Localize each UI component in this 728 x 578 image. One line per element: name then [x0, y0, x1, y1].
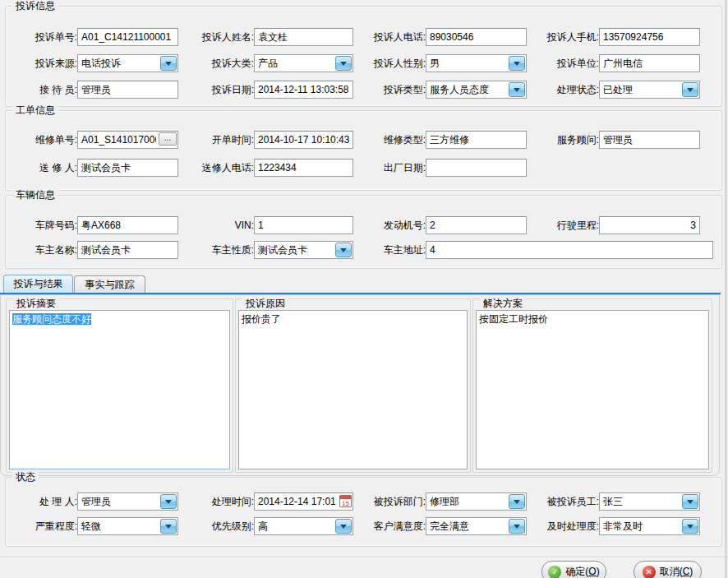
- severity-value: 轻微: [81, 519, 101, 534]
- repair-no-fieldwrap: ...: [77, 131, 178, 149]
- complaint-date-field[interactable]: [254, 81, 353, 99]
- open-time-field[interactable]: [254, 131, 353, 149]
- chevron-down-icon[interactable]: [160, 56, 177, 71]
- ok-button[interactable]: ✓ 确定(O): [541, 561, 606, 578]
- reason-textarea[interactable]: 报价贵了: [238, 310, 468, 469]
- complaint-source-combo[interactable]: 电话投诉: [77, 54, 178, 72]
- solution-textarea[interactable]: 按固定工时报价: [476, 310, 709, 469]
- plate-no-field[interactable]: [77, 216, 178, 234]
- severity-combo[interactable]: 轻微: [77, 517, 178, 535]
- handle-status-combo[interactable]: 已处理: [599, 81, 700, 99]
- handle-time-label: 处理时间:: [187, 492, 254, 511]
- vin-field[interactable]: [254, 216, 353, 234]
- tab-page-complaint-result: 投诉摘要 服务顾问态度不好 投诉原因 报价贵了 解决方案 按固定工时报价: [0, 295, 720, 476]
- sender-field[interactable]: [77, 159, 178, 177]
- chevron-down-icon[interactable]: [682, 519, 698, 534]
- chevron-down-icon[interactable]: [682, 82, 698, 97]
- cancel-button-label: 取消(C): [660, 565, 693, 578]
- chevron-down-icon[interactable]: [335, 243, 352, 257]
- complaint-no-field[interactable]: [77, 28, 178, 46]
- handle-status-value: 已处理: [603, 82, 633, 97]
- summary-textarea[interactable]: 服务顾问态度不好: [9, 310, 230, 469]
- satisfaction-combo[interactable]: 完全满意: [426, 517, 527, 535]
- complainant-gender-label: 投诉人性别:: [357, 54, 426, 72]
- complained-dept-combo[interactable]: 修理部: [426, 492, 527, 511]
- sender-label: 送 修 人:: [12, 159, 77, 177]
- chevron-down-icon[interactable]: [509, 494, 525, 509]
- sender-phone-field[interactable]: [254, 159, 353, 177]
- timeliness-label: 及时处理度:: [532, 517, 599, 535]
- calendar-icon[interactable]: 15: [339, 495, 352, 507]
- owner-name-field[interactable]: [77, 241, 178, 259]
- service-advisor-field[interactable]: [599, 131, 700, 149]
- receptionist-label: 接 待 员:: [12, 81, 77, 99]
- complaint-category-label: 投诉大类:: [187, 54, 254, 72]
- complained-employee-combo[interactable]: 张三: [599, 492, 700, 511]
- complained-dept-value: 修理部: [430, 494, 459, 509]
- complaint-source-value: 电话投诉: [81, 56, 121, 71]
- chevron-down-icon[interactable]: [509, 56, 525, 71]
- factory-date-label: 出厂日期:: [357, 159, 426, 177]
- mileage-label: 行驶里程:: [532, 216, 599, 234]
- tab-complaint-result[interactable]: 投诉与结果: [3, 275, 73, 293]
- complained-dept-label: 被投诉部门:: [357, 492, 426, 511]
- chevron-down-icon[interactable]: [335, 56, 352, 71]
- complainant-gender-value: 男: [430, 56, 440, 71]
- complaint-source-label: 投诉来源:: [12, 54, 77, 72]
- service-advisor-label: 服务顾问:: [532, 131, 599, 149]
- owner-type-combo[interactable]: 测试会员卡: [254, 241, 353, 259]
- chevron-down-icon[interactable]: [682, 494, 698, 509]
- panel-summary-title: 投诉摘要: [13, 298, 59, 309]
- factory-date-field[interactable]: [426, 159, 527, 177]
- chevron-down-icon[interactable]: [509, 82, 525, 97]
- complaint-type-label: 投诉类型:: [357, 81, 426, 99]
- owner-address-label: 车主地址:: [357, 241, 426, 259]
- reason-text: 报价贵了: [242, 313, 281, 325]
- owner-name-label: 车主名称:: [12, 241, 77, 259]
- group-workorder-info: 工单信息 维修单号: ... 开单时间: 维修类型: 服务顾问: 送 修 人: …: [5, 110, 722, 191]
- complainant-mobile-label: 投诉人手机:: [532, 28, 599, 46]
- complaint-no-label: 投诉单号:: [12, 28, 77, 46]
- complaint-category-combo[interactable]: 产品: [254, 54, 353, 72]
- solution-text: 按固定工时报价: [479, 313, 548, 325]
- ok-button-label: 确定(O): [565, 565, 599, 578]
- chevron-down-icon[interactable]: [335, 519, 352, 534]
- calendar-icon-day: 15: [340, 500, 351, 507]
- chevron-down-icon[interactable]: [509, 519, 525, 534]
- owner-type-value: 测试会员卡: [258, 243, 307, 257]
- repair-type-field[interactable]: [426, 131, 527, 149]
- complaint-unit-field[interactable]: [599, 54, 700, 72]
- ok-check-icon: ✓: [548, 566, 561, 578]
- handler-combo[interactable]: 管理员: [77, 492, 178, 511]
- complainant-gender-combo[interactable]: 男: [426, 54, 527, 72]
- group-workorder-title: 工单信息: [12, 104, 58, 116]
- plate-no-label: 车牌号码:: [12, 216, 77, 234]
- engine-no-field[interactable]: [426, 216, 527, 234]
- complaint-category-value: 产品: [258, 56, 278, 71]
- owner-type-label: 车主性质:: [187, 241, 254, 259]
- complainant-name-field[interactable]: [254, 28, 353, 46]
- cancel-button[interactable]: ✕ 取消(C): [634, 561, 702, 578]
- panel-complaint-reason: 投诉原因 报价贵了: [235, 298, 471, 473]
- browse-button[interactable]: ...: [159, 132, 177, 146]
- tab-fact-tracking[interactable]: 事实与跟踪: [74, 275, 145, 294]
- vin-label: VIN:: [187, 216, 254, 234]
- sender-phone-label: 送修人电话:: [187, 159, 254, 177]
- chevron-down-icon[interactable]: [160, 494, 177, 509]
- priority-combo[interactable]: 高: [254, 517, 353, 535]
- handle-time-fieldwrap: 15: [254, 492, 353, 511]
- receptionist-field[interactable]: [77, 81, 178, 99]
- group-status-title: 状态: [12, 471, 39, 483]
- complainant-name-label: 投诉人姓名:: [187, 28, 254, 46]
- summary-selected-text: 服务顾问态度不好: [12, 313, 91, 325]
- group-vehicle-title: 车辆信息: [12, 189, 58, 201]
- handle-time-field[interactable]: [254, 492, 353, 511]
- complainant-phone-field[interactable]: [426, 28, 527, 46]
- timeliness-combo[interactable]: 非常及时: [599, 517, 700, 535]
- mileage-field[interactable]: [599, 216, 700, 234]
- chevron-down-icon[interactable]: [160, 519, 177, 534]
- complainant-mobile-field[interactable]: [599, 28, 700, 46]
- satisfaction-label: 客户满意度:: [357, 517, 426, 535]
- owner-address-field[interactable]: [426, 241, 713, 259]
- complaint-type-combo[interactable]: 服务人员态度: [426, 81, 527, 99]
